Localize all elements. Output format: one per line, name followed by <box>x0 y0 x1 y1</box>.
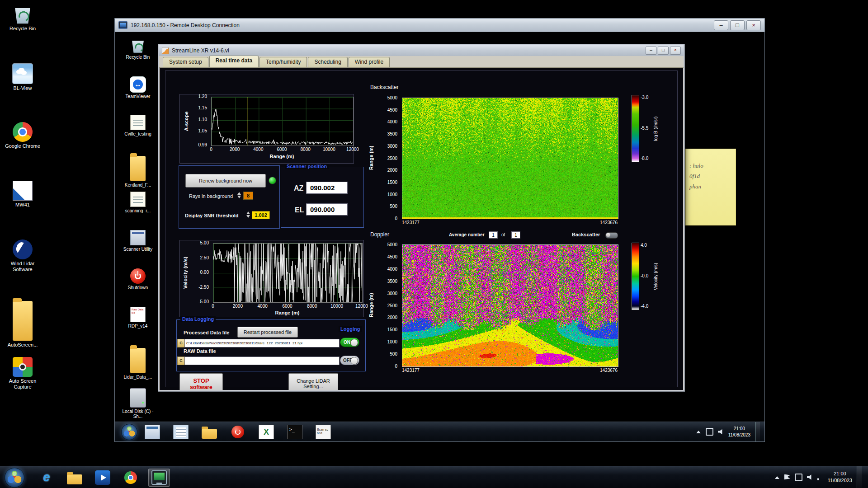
autoscreen-icon <box>13 357 33 377</box>
desktop-icon-label: Wind Lidar Software <box>3 261 42 272</box>
remote-desktop-icon-item[interactable]: Shutdown <box>121 268 155 302</box>
remote-desktop-icon-item[interactable]: Local Disk (C) - Sh... <box>121 384 155 417</box>
remote-desktop-icon-item[interactable]: Recycle Bin <box>121 38 155 71</box>
doppler-xtick-left: 1423177 <box>402 368 420 373</box>
tick-label: 6000 <box>277 304 298 309</box>
rays-value[interactable]: 8 <box>243 192 253 200</box>
of-count-input[interactable]: 1 <box>511 231 520 239</box>
tab[interactable]: Scheduling <box>308 57 347 67</box>
of-label: of <box>501 232 505 237</box>
scanner-position-box: Scanner position AZ 090.002 EL 090.000 <box>281 167 364 228</box>
maximize-button[interactable]: □ <box>730 20 745 30</box>
tray-volume-icon[interactable] <box>718 429 724 435</box>
taskbar-item[interactable] <box>286 424 303 440</box>
desktop-icon[interactable]: BL-View <box>2 63 43 116</box>
doc-icon <box>130 192 146 207</box>
snr-spinner[interactable] <box>246 211 251 218</box>
taskbar-item[interactable] <box>36 469 57 486</box>
tick-label: 1.10 <box>198 117 207 122</box>
remote-start-button[interactable] <box>121 424 137 440</box>
taskbar-item[interactable] <box>64 469 85 486</box>
network-monitor-icon[interactable] <box>795 474 802 481</box>
tray-caret-icon[interactable] <box>774 474 780 480</box>
remote-desktop-icon-item[interactable]: Lidar_Data_... <box>121 345 155 379</box>
processed-logging-toggle[interactable]: ON <box>340 338 359 347</box>
tray-monitor-icon[interactable] <box>706 428 713 436</box>
scanner-icon <box>130 230 146 245</box>
close-button[interactable]: × <box>746 20 761 30</box>
maximize-button[interactable]: □ <box>658 47 669 55</box>
desktop-icon[interactable]: AutoScreen... <box>2 298 43 351</box>
remote-desktop-icon-item[interactable]: scanning_r... <box>121 192 155 225</box>
raw-logging-toggle[interactable]: OFF <box>340 356 359 365</box>
desktop-icon[interactable]: Google Chrome <box>2 122 43 174</box>
minimize-button[interactable]: – <box>646 47 656 55</box>
ascope-xlabel: Range (m) <box>211 154 353 159</box>
minimize-button[interactable]: – <box>714 20 728 30</box>
tick-label: 4000 <box>387 119 397 124</box>
colorbar-tick-label: -3.0 <box>641 95 648 100</box>
change-lidar-setting-button[interactable]: Change LiDARSetting... <box>288 373 338 390</box>
tick-label: 0 <box>200 147 222 152</box>
taskbar-item[interactable] <box>201 424 218 440</box>
doppler-xtick-right: 1423676 <box>595 368 618 373</box>
taskbar-item[interactable] <box>144 424 161 440</box>
taskbar-item[interactable] <box>229 424 246 440</box>
desktop-icon-label: MW41 <box>15 202 30 208</box>
tab[interactable]: Temp/humidity <box>259 57 307 67</box>
app-window-title: StreamLine XR v14-6.vi <box>172 47 644 54</box>
desktop-icon[interactable]: Wind Lidar Software <box>2 239 43 292</box>
desktop-icon[interactable]: Recycle Bin <box>2 5 43 57</box>
remote-desktop-icon-item[interactable]: Raw Data loc RDP_v14 <box>121 307 155 340</box>
show-desktop-button[interactable] <box>857 466 862 488</box>
remote-desktop-icon-item[interactable]: TeamViewer <box>121 76 155 110</box>
close-button[interactable]: × <box>670 47 681 55</box>
desktop-icon[interactable]: MW41 <box>2 181 43 233</box>
background-led-indicator <box>269 177 276 184</box>
restart-processed-file-button[interactable]: Restart processed file <box>237 327 298 338</box>
remote-desktop-icon-item[interactable]: Cville_testing <box>121 115 155 148</box>
taskbar-item[interactable] <box>120 469 141 486</box>
taskbar-item[interactable] <box>258 424 275 440</box>
el-value-input[interactable]: 090.000 <box>306 203 348 216</box>
show-desktop-button[interactable] <box>755 422 760 441</box>
processed-path-input[interactable]: C:\Lidar\Data\Proc\2023\202308\20230811\… <box>184 339 340 347</box>
recycle-icon <box>13 5 33 24</box>
tab[interactable]: Wind profile <box>349 57 390 67</box>
tray-caret-icon[interactable] <box>695 429 701 435</box>
taskbar-item[interactable] <box>92 469 113 486</box>
remote-desktop-icon-item[interactable]: Kentland_F... <box>121 153 155 187</box>
desktop-icon-label: Recycle Bin <box>126 55 150 60</box>
tab[interactable]: Real time data <box>209 56 259 67</box>
tab[interactable]: System setup <box>163 57 208 67</box>
az-value-input[interactable]: 090.002 <box>306 182 348 194</box>
taskbar-item[interactable] <box>172 424 189 440</box>
stop-software-button[interactable]: STOPsoftware <box>179 373 223 390</box>
renew-background-button[interactable]: Renew background now <box>185 174 266 188</box>
backscatter-display-toggle[interactable] <box>605 232 618 239</box>
network-signal-icon[interactable] <box>817 474 823 480</box>
processed-path-root[interactable]: C <box>177 339 185 347</box>
average-number-input[interactable]: 1 <box>489 231 498 239</box>
action-center-icon[interactable] <box>784 474 790 480</box>
raw-path-root[interactable]: C <box>177 357 185 365</box>
remote-desktop-icon-item[interactable]: Scanner Utility <box>121 230 155 263</box>
sticky-note-line: 0f1d <box>689 171 732 182</box>
velocity-canvas <box>213 244 362 302</box>
rdp-titlebar[interactable]: 192.168.0.150 - Remote Desktop Connectio… <box>115 19 764 32</box>
snr-value[interactable]: 1.002 <box>252 211 270 219</box>
start-button[interactable] <box>5 468 24 488</box>
rays-spinner[interactable] <box>237 192 242 199</box>
taskbar-item[interactable]: Scan sched <box>315 424 332 440</box>
tick-label: 1000 <box>387 339 397 344</box>
rays-label: Rays in background <box>189 193 233 199</box>
backscatter-canvas <box>402 98 618 219</box>
colorbar-tick-label: 4.0 <box>641 243 647 248</box>
app-titlebar[interactable]: StreamLine XR v14-6.vi – □ × <box>159 45 684 56</box>
folder-icon <box>130 348 146 373</box>
raw-path-input[interactable] <box>184 357 340 365</box>
host-clock: 21:00 11/08/2023 <box>828 470 852 484</box>
desktop-icon[interactable]: Auto Screen Capture <box>2 357 43 409</box>
taskbar-item[interactable] <box>148 469 170 487</box>
volume-icon[interactable] <box>807 474 813 480</box>
